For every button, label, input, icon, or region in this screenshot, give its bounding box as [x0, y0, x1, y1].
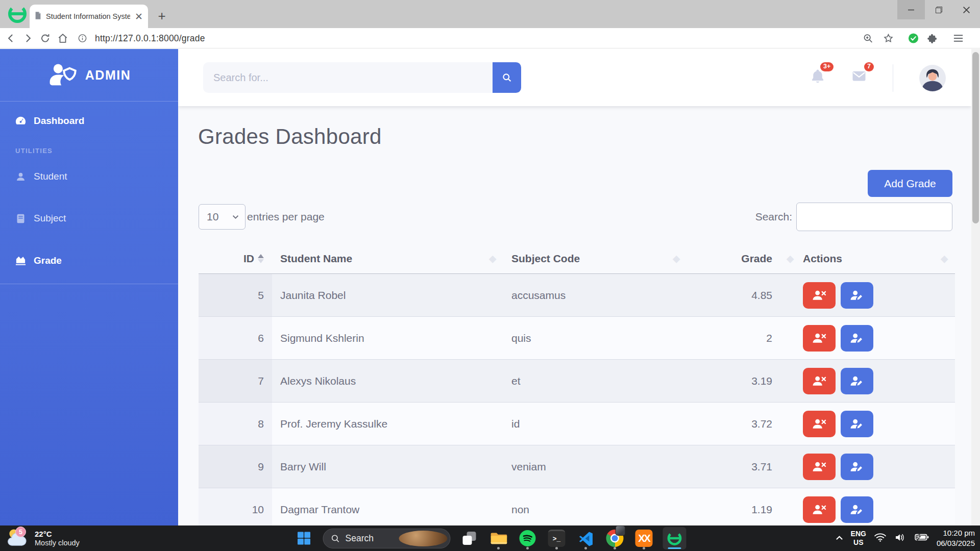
browser-menu-icon[interactable]: [952, 32, 964, 44]
clock[interactable]: 10:20 pm 06/03/2025: [937, 528, 975, 549]
weather-condition: Mostly cloudy: [35, 539, 80, 547]
tachometer-icon: [14, 115, 27, 127]
table-search-input[interactable]: [796, 203, 952, 231]
edit-grade-button[interactable]: [841, 282, 873, 309]
messages-badge: 7: [864, 62, 874, 71]
terminal-icon[interactable]: >_: [547, 526, 567, 550]
table-search-label: Search:: [755, 211, 792, 223]
scrollbar-thumb[interactable]: [972, 52, 979, 223]
sidebar-item-grade[interactable]: Grade: [0, 239, 178, 282]
cell-grade: 1.19: [687, 504, 797, 516]
delete-grade-button[interactable]: [803, 325, 836, 352]
task-view-icon[interactable]: [459, 526, 480, 550]
cell-subject-code: accusamus: [503, 289, 687, 302]
header-grade[interactable]: Grade ◆: [687, 253, 797, 265]
search-highlight-image[interactable]: [399, 531, 448, 546]
add-grade-button[interactable]: Add Grade: [868, 170, 952, 197]
cell-id: 7: [199, 360, 272, 402]
grades-table: ID Student Name ◆ Subject Code ◆ Grade ◆: [199, 243, 955, 525]
cell-id: 9: [199, 445, 272, 488]
table-controls: 10 entries per page Search:: [199, 203, 952, 231]
user-shield-icon: [47, 62, 77, 88]
tray-chevron-up-icon[interactable]: [836, 534, 843, 543]
delete-grade-button[interactable]: [803, 282, 836, 309]
minimize-button[interactable]: [897, 0, 925, 19]
delete-grade-button[interactable]: [803, 368, 836, 394]
zoom-page-icon[interactable]: [863, 33, 873, 43]
cell-id: 8: [199, 403, 272, 445]
extensions-puzzle-icon[interactable]: [927, 33, 938, 43]
language-indicator[interactable]: ENG US: [851, 530, 866, 547]
taskbar-weather-widget[interactable]: 5 22°C Mostly cloudy: [6, 525, 80, 551]
restore-button[interactable]: [925, 0, 952, 19]
table-row: 7 Alexys Nikolaus et 3.19: [199, 360, 955, 403]
table-row: 9 Barry Will veniam 3.71: [199, 445, 955, 488]
header-student-name[interactable]: Student Name ◆: [272, 253, 503, 265]
safety-check-icon[interactable]: [908, 32, 919, 44]
edit-grade-button[interactable]: [841, 496, 873, 523]
topbar-search-input[interactable]: [203, 62, 493, 93]
sidebar-item-label: Subject: [34, 213, 66, 224]
close-window-button[interactable]: [952, 0, 980, 19]
sort-icon: ◆: [489, 253, 496, 264]
header-id[interactable]: ID: [199, 243, 272, 273]
topbar-search-button[interactable]: [493, 62, 521, 93]
new-tab-button[interactable]: +: [153, 7, 170, 24]
home-icon[interactable]: [57, 33, 68, 44]
delete-grade-button[interactable]: [803, 454, 836, 480]
edit-grade-button[interactable]: [841, 411, 873, 437]
active-browser-icon[interactable]: [663, 527, 687, 549]
sidebar-item-student[interactable]: Student: [0, 156, 178, 197]
entries-per-page-select[interactable]: 10: [199, 204, 246, 230]
delete-grade-button[interactable]: [803, 496, 836, 523]
edit-grade-button[interactable]: [841, 368, 873, 394]
sidebar: ADMIN Dashboard UTILITIES Student: [0, 49, 178, 525]
delete-grade-button[interactable]: [803, 411, 836, 437]
vscode-icon[interactable]: [576, 526, 596, 550]
page-scrollbar[interactable]: [971, 49, 980, 525]
file-explorer-icon[interactable]: [488, 526, 509, 550]
spotify-icon[interactable]: [518, 526, 538, 550]
header-actions[interactable]: Actions ◆: [797, 253, 955, 265]
battery-charging-icon[interactable]: [914, 533, 929, 543]
weather-icon: [6, 540, 30, 549]
sidebar-item-label: Dashboard: [34, 115, 84, 127]
topbar-search: [203, 62, 521, 93]
desktop: Student Information System ✕ + http://12…: [0, 0, 980, 551]
header-subject-code[interactable]: Subject Code ◆: [503, 253, 687, 265]
avatar[interactable]: [919, 65, 946, 91]
url-field[interactable]: http://127.0.0.1:8000/grade: [95, 33, 205, 43]
xampp-icon[interactable]: XX: [634, 526, 654, 550]
brand-label: ADMIN: [85, 68, 131, 83]
sidebar-item-dashboard[interactable]: Dashboard: [0, 102, 178, 140]
weather-badge: 5: [15, 527, 26, 537]
site-info-icon[interactable]: [78, 33, 87, 43]
back-icon[interactable]: [6, 33, 16, 43]
user-icon: [14, 171, 27, 182]
edit-grade-button[interactable]: [841, 454, 873, 480]
volume-icon[interactable]: [894, 533, 906, 544]
entries-label: entries per page: [247, 211, 325, 223]
taskbar-search-label: Search: [346, 533, 394, 544]
edit-grade-button[interactable]: [841, 325, 873, 352]
sidebar-item-label: Student: [34, 171, 67, 182]
envelope-icon[interactable]: [851, 68, 867, 86]
alerts-badge: 3+: [820, 62, 834, 71]
chrome-icon[interactable]: [605, 526, 625, 550]
table-row: 5 Jaunita Robel accusamus 4.85: [199, 274, 955, 317]
sidebar-item-subject[interactable]: Subject: [0, 197, 178, 239]
forward-icon[interactable]: [22, 33, 33, 43]
cell-grade: 3.72: [687, 418, 797, 430]
main-content: 3+ 7 Grades Dashboard Add Grade: [178, 49, 971, 525]
browser-tab[interactable]: Student Information System ✕: [30, 5, 148, 28]
sidebar-divider: [0, 284, 178, 284]
browser-tab-bar: Student Information System ✕ +: [0, 0, 980, 28]
reload-icon[interactable]: [40, 33, 51, 43]
taskbar-search[interactable]: Search: [323, 529, 451, 548]
sidebar-brand[interactable]: ADMIN: [0, 49, 178, 101]
cell-grade: 3.71: [687, 461, 797, 473]
wifi-icon[interactable]: [874, 533, 887, 544]
bookmark-star-icon[interactable]: [883, 33, 894, 43]
start-button[interactable]: [294, 526, 314, 550]
tab-close-icon[interactable]: ✕: [135, 12, 143, 21]
